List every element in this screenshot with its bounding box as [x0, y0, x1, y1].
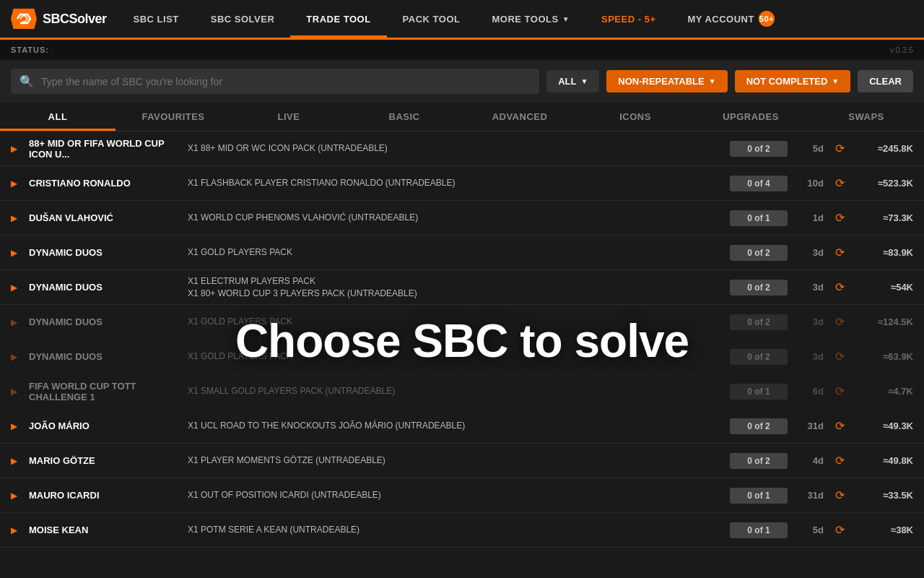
row-name: DUŠAN VLAHOVIĆ [29, 212, 188, 223]
row-cost: ≈124.5K [855, 316, 913, 327]
nav-items: SBC LIST SBC SOLVER TRADE TOOL PACK TOOL… [118, 0, 924, 38]
row-time: 10d [788, 178, 824, 189]
filter-all-arrow-icon: ▼ [580, 77, 588, 85]
row-cost: ≈33.5K [855, 490, 913, 501]
table-row[interactable]: ▶ MOISE KEAN X1 POTM SERIE A KEAN (UNTRA… [0, 513, 924, 548]
table-row[interactable]: ▶ MAURO ICARDI X1 OUT OF POSITION ICARDI… [0, 478, 924, 513]
row-cost: ≈54K [855, 282, 913, 293]
refresh-icon[interactable]: ⟳ [831, 350, 848, 363]
row-time: 3d [788, 351, 824, 362]
tab-favourites[interactable]: FAVOURITES [116, 103, 231, 131]
row-time: 31d [788, 420, 824, 431]
row-cost: ≈4.7K [855, 386, 913, 397]
search-input-wrap[interactable]: 🔍 [11, 69, 539, 94]
row-name: MARIO GÖTZE [29, 455, 188, 466]
refresh-icon[interactable]: ⟳ [831, 454, 848, 467]
nav-speed[interactable]: SPEED - 5+ [585, 0, 671, 38]
tab-basic[interactable]: BASIC [346, 103, 462, 131]
row-name: JOÃO MÁRIO [29, 420, 188, 431]
tab-advanced[interactable]: ADVANCED [462, 103, 578, 131]
table-row[interactable]: ▶ DYNAMIC DUOS X1 GOLD PLAYERS PACK 0 of… [0, 340, 924, 374]
nav-pack-tool[interactable]: PACK TOOL [387, 0, 476, 38]
search-input[interactable] [41, 76, 531, 87]
table-row[interactable]: ▶ DYNAMIC DUOS X1 GOLD PLAYERS PACK 0 of… [0, 305, 924, 340]
refresh-icon[interactable]: ⟳ [831, 246, 848, 259]
table-row[interactable]: ▶ MARIO GÖTZE X1 PLAYER MOMENTS GÖTZE (U… [0, 444, 924, 478]
nav-more-tools[interactable]: MORE TOOLS ▼ [476, 0, 585, 38]
clear-button[interactable]: CLEAR [858, 70, 913, 92]
tab-upgrades[interactable]: UPGRADES [693, 103, 808, 131]
row-progress: 0 of 1 [730, 488, 788, 504]
logo-text: SBCSolver [43, 12, 107, 27]
refresh-icon[interactable]: ⟳ [831, 488, 848, 502]
refresh-icon[interactable]: ⟳ [831, 419, 848, 433]
row-progress: 0 of 1 [730, 210, 788, 226]
status-label: STATUS: [11, 46, 49, 54]
category-tabs: ALL FAVOURITES LIVE BASIC ADVANCED ICONS… [0, 103, 924, 131]
table-row[interactable]: ▶ FIFA WORLD CUP TOTT CHALLENGE 1 X1 SMA… [0, 374, 924, 409]
refresh-icon[interactable]: ⟳ [831, 142, 848, 155]
refresh-icon[interactable]: ⟳ [831, 384, 848, 398]
row-cost: ≈83.9K [855, 247, 913, 258]
logo-icon [11, 9, 37, 29]
table-row[interactable]: ▶ DYNAMIC DUOS X1 ELECTRUM PLAYERS PACKX… [0, 270, 924, 305]
row-progress: 0 of 2 [730, 245, 788, 261]
table-row[interactable]: ▶ DYNAMIC DUOS X1 GOLD PLAYERS PACK 0 of… [0, 236, 924, 270]
table-row[interactable]: ▶ CRISTIANO RONALDO X1 FLASHBACK PLAYER … [0, 166, 924, 201]
table-row[interactable]: ▶ JOÃO MÁRIO X1 UCL ROAD TO THE KNOCKOUT… [0, 409, 924, 444]
more-tools-arrow-icon: ▼ [562, 15, 570, 23]
row-reward: X1 FLASHBACK PLAYER CRISTIANO RONALDO (U… [188, 177, 730, 189]
row-expand-icon: ▶ [11, 387, 18, 397]
search-bar: 🔍 ALL ▼ NON-REPEATABLE ▼ NOT COMPLETED ▼… [0, 60, 924, 103]
row-time: 3d [788, 316, 824, 327]
tab-live[interactable]: LIVE [231, 103, 346, 131]
refresh-icon[interactable]: ⟳ [831, 211, 848, 225]
row-reward: X1 SMALL GOLD PLAYERS PACK (UNTRADEABLE) [188, 385, 730, 397]
row-time: 3d [788, 282, 824, 293]
row-progress: 0 of 4 [730, 176, 788, 191]
nav-trade-tool[interactable]: TRADE TOOL [290, 0, 386, 38]
row-expand-icon: ▶ [11, 352, 18, 362]
row-time: 3d [788, 247, 824, 258]
row-name: DYNAMIC DUOS [29, 282, 188, 293]
row-expand-icon: ▶ [11, 421, 18, 431]
row-expand-icon: ▶ [11, 248, 18, 258]
row-name: FIFA WORLD CUP TOTT CHALLENGE 1 [29, 381, 188, 402]
filter-completed-button[interactable]: NOT COMPLETED ▼ [735, 70, 851, 92]
refresh-icon[interactable]: ⟳ [831, 315, 848, 329]
row-progress: 0 of 2 [730, 418, 788, 434]
refresh-icon[interactable]: ⟳ [831, 280, 848, 294]
row-progress: 0 of 1 [730, 384, 788, 400]
nav-sbc-list[interactable]: SBC LIST [118, 0, 195, 38]
filter-repeatable-arrow-icon: ▼ [709, 77, 716, 85]
tab-icons[interactable]: ICONS [578, 103, 693, 131]
row-time: 5d [788, 525, 824, 535]
row-time: 6d [788, 386, 824, 397]
refresh-icon[interactable]: ⟳ [831, 523, 848, 537]
logo-area[interactable]: SBCSolver [0, 9, 118, 29]
row-progress: 0 of 2 [730, 141, 788, 157]
row-name: DYNAMIC DUOS [29, 247, 188, 258]
refresh-icon[interactable]: ⟳ [831, 176, 848, 190]
table-row[interactable]: ▶ 88+ MID OR FIFA WORLD CUP ICON U... X1… [0, 131, 924, 166]
row-progress: 0 of 2 [730, 453, 788, 469]
search-icon: 🔍 [19, 74, 34, 88]
row-reward: X1 WORLD CUP PHENOMS VLAHOVIĆ (UNTRADEAB… [188, 212, 730, 224]
table-row[interactable]: ▶ DUŠAN VLAHOVIĆ X1 WORLD CUP PHENOMS VL… [0, 201, 924, 236]
row-name: MAURO ICARDI [29, 490, 188, 501]
row-progress: 0 of 1 [730, 522, 788, 538]
filter-repeatable-button[interactable]: NON-REPEATABLE ▼ [606, 70, 727, 92]
row-name: DYNAMIC DUOS [29, 351, 188, 362]
row-expand-icon: ▶ [11, 456, 18, 466]
filter-all-button[interactable]: ALL ▼ [546, 70, 599, 92]
tab-all[interactable]: ALL [0, 103, 116, 131]
row-expand-icon: ▶ [11, 317, 18, 327]
nav-sbc-solver[interactable]: SBC SOLVER [195, 0, 291, 38]
tab-swaps[interactable]: SWAPS [808, 103, 924, 131]
row-progress: 0 of 2 [730, 349, 788, 365]
nav-my-account[interactable]: MY ACCOUNT 50+ [671, 0, 790, 38]
row-reward: X1 GOLD PLAYERS PACK [188, 350, 730, 363]
table-row[interactable]: ▶ TAYLOR BOOTH X1 POTM EREDIVISIE BOOTH … [0, 548, 924, 551]
row-cost: ≈73.3K [855, 212, 913, 223]
row-cost: ≈245.8K [855, 143, 913, 154]
